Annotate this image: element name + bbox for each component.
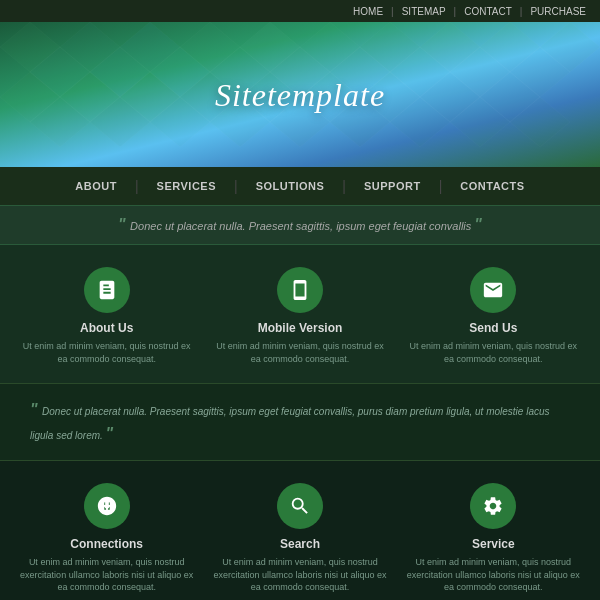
feature-connections-title: Connections	[20, 537, 194, 551]
feature-connections-desc: Ut enim ad minim veniam, quis nostrud ex…	[20, 556, 194, 594]
feature-sendus: Send Us Ut enim ad minim veniam, quis no…	[406, 267, 580, 365]
nav-about[interactable]: ABOUT	[57, 180, 135, 192]
topbar-sitemap[interactable]: SITEMAP	[402, 6, 446, 17]
quote-bar-2: " Donec ut placerat nulla. Praesent sagi…	[0, 383, 600, 461]
feature-mobile: Mobile Version Ut enim ad minim veniam, …	[213, 267, 387, 365]
topbar-purchase[interactable]: PURCHASE	[530, 6, 586, 17]
feature-about-icon	[84, 267, 130, 313]
feature-about: About Us Ut enim ad minim veniam, quis n…	[20, 267, 194, 365]
quote-close-1: "	[474, 216, 482, 233]
quote-close-2: "	[106, 425, 114, 442]
topbar-div3: |	[520, 6, 523, 17]
quote-bar-1: " Donec ut placerat nulla. Praesent sagi…	[0, 205, 600, 245]
nav-contacts[interactable]: CONTACTS	[442, 180, 542, 192]
quote-open-2: "	[30, 401, 42, 418]
nav-solutions[interactable]: SOLUTIONS	[238, 180, 343, 192]
features-section-1: About Us Ut enim ad minim veniam, quis n…	[0, 245, 600, 383]
topbar-home[interactable]: HOME	[353, 6, 383, 17]
topbar-div1: |	[391, 6, 394, 17]
feature-mobile-title: Mobile Version	[213, 321, 387, 335]
hero-section: Sitetemplate	[0, 22, 600, 167]
hero-title: Sitetemplate	[0, 76, 600, 113]
top-bar: HOME | SITEMAP | CONTACT | PURCHASE	[0, 0, 600, 22]
feature-connections-icon	[84, 483, 130, 529]
feature-about-desc: Ut enim ad minim veniam, quis nostrud ex…	[20, 340, 194, 365]
feature-sendus-icon	[470, 267, 516, 313]
feature-service-icon	[470, 483, 516, 529]
feature-service: Service Ut enim ad minim veniam, quis no…	[406, 483, 580, 594]
feature-service-desc: Ut enim ad minim veniam, quis nostrud ex…	[406, 556, 580, 594]
feature-search-title: Search	[213, 537, 387, 551]
feature-search-icon	[277, 483, 323, 529]
feature-mobile-desc: Ut enim ad minim veniam, quis nostrud ex…	[213, 340, 387, 365]
feature-sendus-desc: Ut enim ad minim veniam, quis nostrud ex…	[406, 340, 580, 365]
feature-connections: Connections Ut enim ad minim veniam, qui…	[20, 483, 194, 594]
nav-support[interactable]: SUPPORT	[346, 180, 439, 192]
quote-text-1: Donec ut placerat nulla. Praesent sagitt…	[130, 220, 471, 232]
feature-about-title: About Us	[20, 321, 194, 335]
main-nav: ABOUT | SERVICES | SOLUTIONS | SUPPORT |…	[0, 167, 600, 205]
feature-service-title: Service	[406, 537, 580, 551]
features-section-2: Connections Ut enim ad minim veniam, qui…	[0, 461, 600, 600]
topbar-div2: |	[454, 6, 457, 17]
quote-open-1: "	[118, 216, 130, 233]
feature-search: Search Ut enim ad minim veniam, quis nos…	[213, 483, 387, 594]
feature-search-desc: Ut enim ad minim veniam, quis nostrud ex…	[213, 556, 387, 594]
feature-mobile-icon	[277, 267, 323, 313]
feature-sendus-title: Send Us	[406, 321, 580, 335]
topbar-contact[interactable]: CONTACT	[464, 6, 512, 17]
nav-services[interactable]: SERVICES	[139, 180, 234, 192]
